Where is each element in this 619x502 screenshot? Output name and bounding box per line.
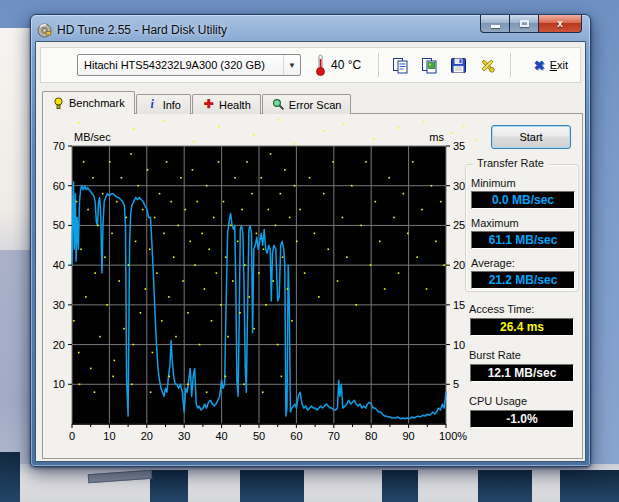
- svg-text:100%: 100%: [439, 430, 467, 442]
- exit-button[interactable]: ✖ Exit: [534, 58, 568, 73]
- svg-text:25: 25: [453, 219, 465, 231]
- tab-label: Error Scan: [289, 99, 342, 111]
- svg-text:60: 60: [290, 430, 302, 442]
- tab-info[interactable]: i Info: [136, 94, 191, 114]
- svg-text:70: 70: [328, 430, 340, 442]
- save-icon: [450, 57, 467, 74]
- exit-label: Exit: [550, 59, 568, 71]
- tab-bar: Benchmark i Info ✚ Health Error Scan: [42, 91, 352, 114]
- minimum-value: 0.0 MB/sec: [471, 191, 575, 209]
- svg-text:20: 20: [453, 259, 465, 271]
- tab-health[interactable]: ✚ Health: [192, 94, 261, 114]
- svg-text:10: 10: [103, 430, 115, 442]
- svg-text:90: 90: [402, 430, 414, 442]
- titlebar[interactable]: HD Tune 2.55 - Hard Disk Utility x: [37, 19, 586, 41]
- svg-text:30: 30: [178, 430, 190, 442]
- save-screenshot-button[interactable]: [450, 56, 468, 74]
- close-icon: x: [557, 18, 563, 29]
- close-button[interactable]: x: [538, 15, 582, 33]
- start-button[interactable]: Start: [491, 125, 571, 149]
- svg-text:30: 30: [53, 299, 65, 311]
- svg-text:0: 0: [69, 430, 75, 442]
- background-building-window: [0, 452, 20, 502]
- svg-text:80: 80: [365, 430, 377, 442]
- window-client-area: Hitachi HTS543232L9A300 (320 GB) ▼ 40 °C: [35, 41, 586, 462]
- svg-text:40: 40: [215, 430, 227, 442]
- maximum-value: 61.1 MB/sec: [471, 231, 575, 249]
- options-button[interactable]: [479, 56, 497, 74]
- copy-image-icon: [421, 57, 438, 74]
- error-scan-icon: [272, 98, 285, 111]
- toolbar-separator: [378, 53, 379, 77]
- thermometer-icon: [315, 54, 326, 76]
- benchmark-tab-page: 7060504030201035302520151050102030405060…: [42, 113, 583, 459]
- maximize-icon: [520, 20, 529, 27]
- svg-text:10: 10: [53, 378, 65, 390]
- access-time-label: Access Time:: [469, 303, 534, 315]
- lightbulb-icon: [52, 97, 65, 110]
- minimize-icon: [491, 25, 500, 28]
- background-building-window: [478, 470, 532, 502]
- average-value: 21.2 MB/sec: [471, 271, 575, 289]
- transfer-rate-group: Transfer Rate Minimum 0.0 MB/sec Maximum…: [465, 164, 579, 292]
- health-icon: ✚: [202, 98, 215, 111]
- svg-text:10: 10: [453, 339, 465, 351]
- copy-text-icon: [392, 57, 409, 74]
- toolbar: Hitachi HTS543232L9A300 (320 GB) ▼ 40 °C: [40, 47, 581, 83]
- benchmark-chart: 7060504030201035302520151050102030405060…: [43, 114, 487, 460]
- background-building-window: [150, 470, 188, 502]
- svg-text:70: 70: [53, 140, 65, 152]
- app-window: HD Tune 2.55 - Hard Disk Utility x Hitac…: [30, 14, 591, 467]
- average-label: Average:: [471, 257, 578, 269]
- background-building-window: [382, 470, 418, 502]
- svg-text:35: 35: [453, 140, 465, 152]
- toolbar-separator: [510, 53, 511, 77]
- temperature-indicator: 40 °C: [315, 54, 361, 76]
- svg-text:5: 5: [453, 378, 459, 390]
- svg-text:MB/sec: MB/sec: [74, 131, 111, 143]
- tab-label: Benchmark: [69, 97, 125, 109]
- temperature-value: 40 °C: [331, 58, 361, 72]
- burst-rate-label: Burst Rate: [469, 349, 521, 361]
- minimum-label: Minimum: [471, 177, 578, 189]
- drive-select-value: Hitachi HTS543232L9A300 (320 GB): [78, 59, 283, 71]
- access-time-value: 26.4 ms: [470, 318, 574, 336]
- exit-icon: ✖: [534, 58, 545, 73]
- burst-rate-value: 12.1 MB/sec: [470, 364, 574, 382]
- copy-text-button[interactable]: [392, 56, 410, 74]
- svg-text:40: 40: [53, 259, 65, 271]
- info-icon: i: [146, 98, 159, 111]
- background-building-window: [240, 470, 304, 502]
- window-title: HD Tune 2.55 - Hard Disk Utility: [57, 23, 227, 37]
- svg-text:20: 20: [141, 430, 153, 442]
- cpu-usage-label: CPU Usage: [469, 395, 527, 407]
- chevron-down-icon[interactable]: ▼: [283, 55, 300, 75]
- background-building-window: [560, 470, 619, 502]
- svg-text:ms: ms: [429, 131, 444, 143]
- minimize-button[interactable]: [480, 15, 510, 33]
- svg-text:60: 60: [53, 180, 65, 192]
- tab-label: Health: [219, 99, 251, 111]
- hd-tune-app-icon: [37, 23, 52, 38]
- svg-text:30: 30: [453, 180, 465, 192]
- svg-text:50: 50: [253, 430, 265, 442]
- tab-benchmark[interactable]: Benchmark: [42, 91, 135, 114]
- maximize-button[interactable]: [510, 15, 538, 33]
- transfer-rate-group-label: Transfer Rate: [473, 157, 548, 169]
- tab-error-scan[interactable]: Error Scan: [262, 94, 352, 114]
- svg-text:15: 15: [453, 299, 465, 311]
- copy-screenshot-button[interactable]: [421, 56, 439, 74]
- maximum-label: Maximum: [471, 217, 578, 229]
- tab-label: Info: [163, 99, 181, 111]
- svg-text:50: 50: [53, 219, 65, 231]
- drive-select-dropdown[interactable]: Hitachi HTS543232L9A300 (320 GB) ▼: [77, 54, 301, 76]
- svg-text:20: 20: [53, 339, 65, 351]
- cpu-usage-value: -1.0%: [470, 410, 574, 428]
- options-icon: [479, 57, 496, 74]
